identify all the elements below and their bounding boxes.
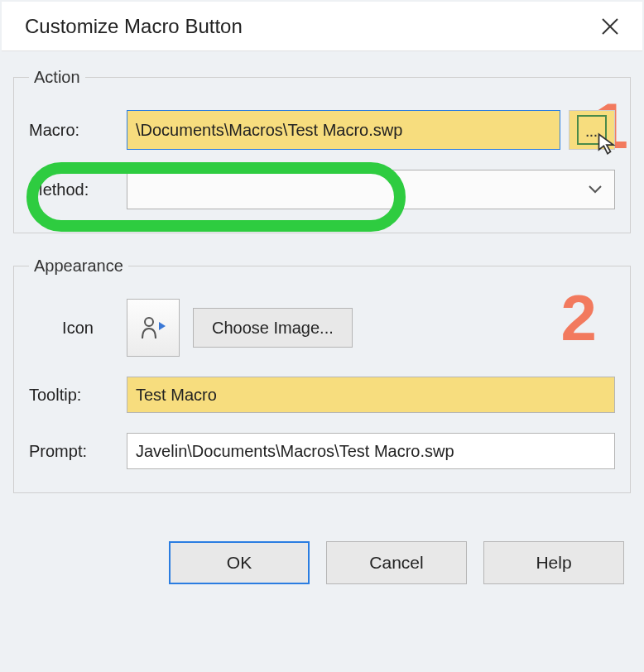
help-button[interactable]: Help	[483, 541, 624, 584]
prompt-row: Prompt: Javelin\Documents\Macros\Test Ma…	[29, 433, 615, 469]
icon-preview-button[interactable]	[127, 299, 180, 357]
cursor-icon	[596, 132, 619, 156]
macro-value: \Documents\Macros\Test Macro.swp	[136, 121, 402, 140]
ok-label: OK	[227, 553, 252, 573]
method-dropdown[interactable]	[127, 170, 615, 209]
choose-image-button[interactable]: Choose Image...	[193, 308, 353, 348]
close-button[interactable]	[594, 11, 626, 42]
svg-point-3	[145, 318, 153, 326]
macro-input[interactable]: \Documents\Macros\Test Macro.swp	[127, 110, 560, 150]
icon-row: Icon Choose Image...	[29, 299, 615, 357]
tooltip-input[interactable]: Test Macro	[127, 377, 615, 413]
action-legend: Action	[29, 68, 85, 87]
action-group: Action 1 Macro: \Documents\Macros\Test M…	[13, 68, 631, 233]
prompt-value: Javelin\Documents\Macros\Test Macro.swp	[136, 442, 454, 461]
help-label: Help	[536, 553, 571, 573]
appearance-group: Appearance 2 Icon Choose Image... Toolti…	[13, 257, 631, 493]
dialog-body: Action 1 Macro: \Documents\Macros\Test M…	[2, 51, 642, 609]
cancel-label: Cancel	[369, 553, 423, 573]
svg-marker-4	[159, 322, 166, 330]
macro-label: Macro:	[29, 121, 127, 140]
browse-button[interactable]: ...	[569, 110, 615, 150]
chevron-down-icon	[588, 185, 603, 194]
choose-image-label: Choose Image...	[212, 319, 334, 338]
close-icon	[600, 17, 620, 36]
method-row: Method:	[29, 170, 615, 209]
ok-button[interactable]: OK	[169, 541, 310, 584]
dialog-window: Customize Macro Button Action 1 Macro: \…	[2, 2, 642, 609]
method-label: Method:	[29, 180, 127, 199]
icon-label: Icon	[29, 319, 127, 338]
dialog-buttons: OK Cancel Help	[13, 516, 631, 584]
tooltip-value: Test Macro	[136, 386, 217, 405]
titlebar: Customize Macro Button	[2, 2, 642, 51]
cancel-button[interactable]: Cancel	[326, 541, 467, 584]
macro-icon	[139, 314, 167, 342]
tooltip-row: Tooltip: Test Macro	[29, 377, 615, 413]
prompt-input[interactable]: Javelin\Documents\Macros\Test Macro.swp	[127, 433, 615, 469]
tooltip-label: Tooltip:	[29, 386, 127, 405]
appearance-legend: Appearance	[29, 257, 128, 276]
window-title: Customize Macro Button	[25, 15, 243, 38]
macro-row: Macro: \Documents\Macros\Test Macro.swp …	[29, 110, 615, 150]
prompt-label: Prompt:	[29, 442, 127, 461]
